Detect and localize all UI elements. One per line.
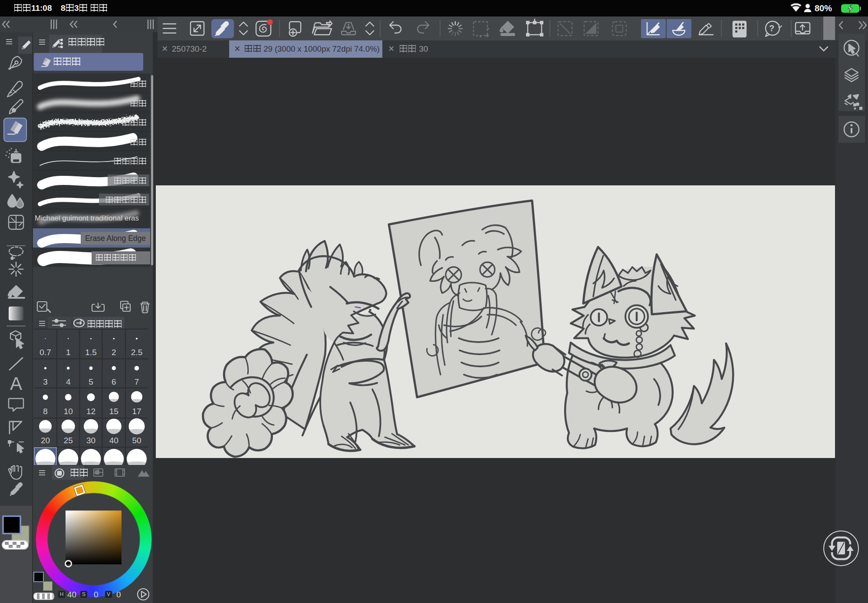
svg-text:1: 1 xyxy=(66,348,71,357)
svg-text:1.5: 1.5 xyxy=(85,348,96,357)
svg-text:2.5: 2.5 xyxy=(131,348,142,357)
svg-text:15: 15 xyxy=(109,407,118,416)
svg-text:A: A xyxy=(10,373,22,394)
svg-text:?: ? xyxy=(769,23,774,33)
svg-text:17: 17 xyxy=(132,407,141,416)
svg-text:4: 4 xyxy=(66,377,71,386)
svg-text:20: 20 xyxy=(41,436,50,445)
svg-text:50: 50 xyxy=(132,436,141,445)
svg-text:3: 3 xyxy=(43,377,48,386)
svg-text:80%: 80% xyxy=(815,3,832,13)
svg-text:8: 8 xyxy=(43,407,48,416)
svg-text:0.7: 0.7 xyxy=(39,348,51,357)
svg-text:25: 25 xyxy=(64,436,73,445)
svg-text:2: 2 xyxy=(112,348,116,357)
svg-text:10: 10 xyxy=(64,407,73,416)
svg-text:7: 7 xyxy=(135,377,139,386)
svg-text:12: 12 xyxy=(86,407,95,416)
svg-text:30: 30 xyxy=(86,436,95,445)
svg-text:6: 6 xyxy=(112,377,116,386)
svg-text:40: 40 xyxy=(109,436,118,445)
svg-text:5: 5 xyxy=(89,377,93,386)
